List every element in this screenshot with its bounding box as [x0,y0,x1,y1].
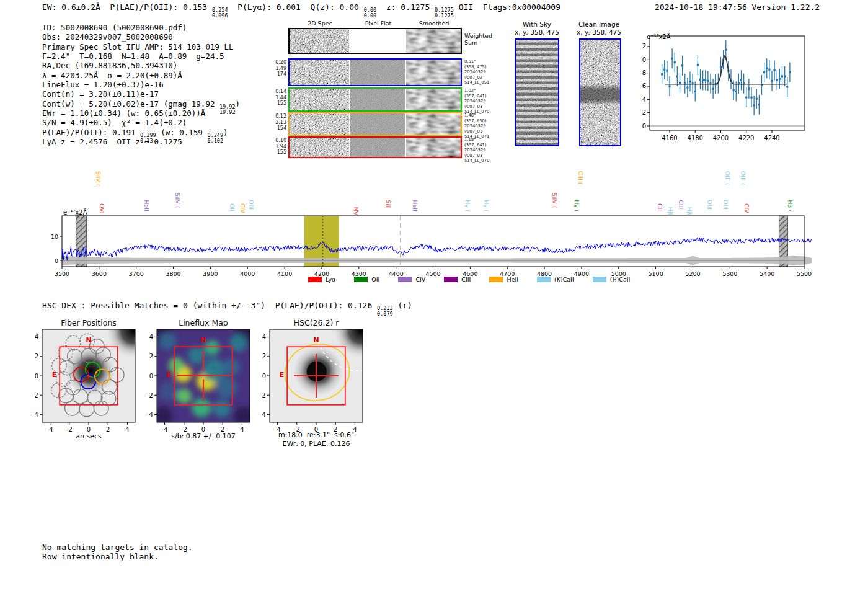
svg-text:4: 4 [642,96,646,103]
footer-line-1: No matching targets in catalog. [42,543,193,552]
spec2d-fiber-row [288,87,462,112]
flux-blob [159,332,176,350]
compass-north: N [313,336,319,344]
col-header-pixel-flat: Pixel Flat [351,20,405,27]
flux-blob [213,400,231,417]
emission-line-label: OIII [248,200,255,210]
col-header-smoothed: Smoothed [407,20,461,27]
spec2d-fiber-row [288,58,462,86]
compass-north: N [200,336,206,344]
info-line: Primary Spec_Slot_IFU_AMP: 514_103_019_L… [42,42,240,51]
data-point [750,97,752,99]
data-point [689,81,691,82]
fiber-annotation: 1.48"(357, 650)20240329v007_03514_LL_071 [464,113,492,140]
text-segment: RA,Dec (169.881836,50.394310) [42,61,177,70]
text-segment: λ = 4203.25Å σ = 2.20(±0.89)Å [42,71,182,80]
fiber-weight-numbers: 0.101.94155 [272,138,286,156]
svg-text:5200: 5200 [685,270,700,277]
footer-line-2: Row intentionally blank. [42,552,159,561]
text-segment: F=2.4" T=0.168 N=1.48 A=0.89 g=24.5 [42,51,224,61]
text-segment: HSC-DEX : Possible Matches = 0 (within +… [42,301,377,310]
data-point [735,91,737,92]
text-segment: (r) [393,301,412,310]
svg-text:3900: 3900 [203,270,218,277]
fiber-weight-numbers: 0.122.13154 [272,113,286,131]
compass-east: E [280,371,285,379]
flux-blob [216,377,237,398]
emission-line-label: OVI [99,203,105,214]
emission-line-label: CIII [678,200,684,209]
svg-text:2: 2 [642,109,646,116]
svg-text:4: 4 [149,334,153,340]
emission-line-label: Hγ ( [574,200,580,212]
svg-text:3500: 3500 [55,270,69,277]
emission-line-label: OIII [722,200,729,210]
with-sky-image [515,38,559,146]
info-line: EWr = 1.10(±0.34) (w: 0.65(±0.20))Å [42,109,240,118]
flux-blob [176,388,192,404]
info-line: Cont(w) = 5.20(±0.02)e-17 (gmag 19.92 19… [42,99,240,109]
compass-east: E [167,371,172,379]
svg-text:3600: 3600 [92,270,107,277]
spec2d-weighted-smoothed-image [406,29,461,53]
legend-swatch [354,277,368,282]
data-point [753,104,755,106]
text-segment: Cont(w) = 5.20(±0.02)e-17 (gmag 19.92 [42,99,219,109]
text-segment: ) [223,128,228,137]
full-spectrum-chart: 3500360037003800390040004100420043004400… [50,166,812,284]
data-point [671,58,673,60]
svg-text:4000: 4000 [240,270,255,277]
stacked-uncertainty: 0.2540.096 [212,7,228,19]
svg-text:0: 0 [55,257,58,264]
legend-label: (K)CaII [554,276,574,283]
svg-text:6: 6 [642,82,646,89]
svg-text:4240: 4240 [764,135,779,141]
emission-line-label: Hβ [667,207,674,215]
data-point [707,80,709,82]
data-point [666,70,668,72]
emission-line-label: SiIV ( [95,171,102,187]
legend-swatch [398,277,412,282]
report-header-stats: EW: 0.6±0.2Å P(LAE)/P(OII): 0.153 0.2540… [42,2,560,19]
svg-text:4180: 4180 [688,135,703,141]
svg-text:4220: 4220 [738,135,754,141]
svg-text:-4: -4 [260,411,266,418]
text-segment: LineFlux = 1.20(±0.37)e-16 [42,80,164,89]
data-point [789,71,790,73]
with-sky-coords: x, y: 358, 475 [510,29,564,36]
svg-text:2: 2 [149,353,153,360]
data-point [674,61,676,63]
stacked-uncertainty: 19.9219.92 [219,104,236,115]
hsc-cutout-panel: -4-4-2-2002244NE [252,313,373,437]
legend-label: CIV [415,276,425,283]
legend-label: Lyα [326,276,335,283]
fiber-annotation: 1.15"(357, 641)20240329v007_03514_LL_070 [464,137,492,164]
svg-text:0: 0 [35,373,38,380]
data-point [745,97,747,99]
emission-line-label: OIII ( [724,171,731,185]
data-point [699,79,701,81]
svg-text:0: 0 [262,373,266,380]
legend-item: (K)CaII [537,276,574,283]
data-point [697,64,699,66]
legend-item: OII [354,276,379,283]
emission-line-label: OIII ( [740,171,746,185]
hsc-panel-xlabel2: EWr: 0, PLAE: 0.126 [260,440,372,448]
text-segment: Cont(n) = 3.20(±0.11)e-17 [42,89,159,99]
fiber-weight-numbers: 0.141.44155 [272,89,286,107]
compass-north: N [86,336,91,344]
zoomed-emission-line-chart: 41604180420042204240024681012 [642,32,812,150]
legend-item: Lyα [308,276,335,283]
data-point [756,98,758,100]
emission-line-label: HeII [412,200,418,211]
info-line: Obs: 20240329v007_5002008690 [42,32,240,42]
flux-blob [223,358,240,376]
svg-text:12: 12 [642,43,646,50]
elixer-report-page: EW: 0.6±0.2Å P(LAE)/P(OII): 0.153 0.2540… [0,0,868,591]
data-point [740,79,742,81]
emission-line-label: Hβ [686,207,693,215]
fiber-panel-xlabel: arcsecs [42,432,135,440]
data-point [771,80,773,82]
fiber-weight-numbers: 0.201.49174 [272,60,286,78]
data-point [779,78,781,80]
